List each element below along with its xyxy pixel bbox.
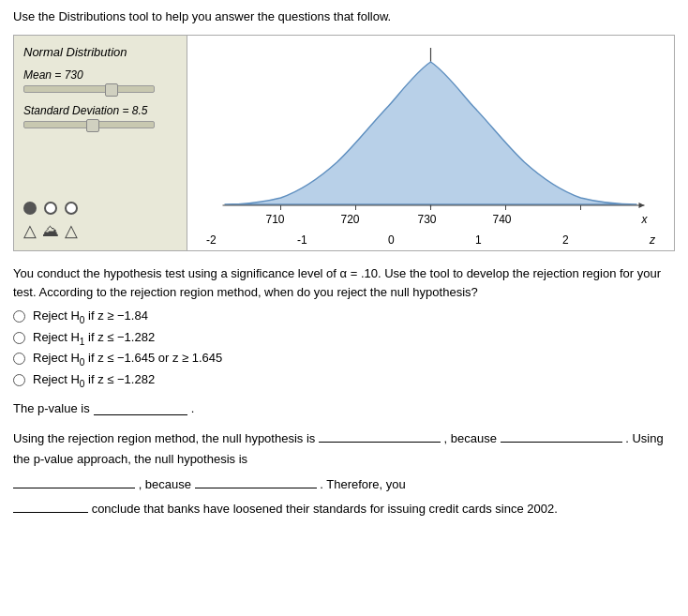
mean-slider-track[interactable] [23,85,155,93]
z-label-0: 0 [388,233,395,247]
z-label-2: 2 [562,233,569,247]
option-3-radio[interactable] [13,353,25,365]
pvalue-section: The p-value is . [13,401,675,415]
intro-text: Use the Distributions tool to help you a… [13,9,675,23]
z-label-n2: -2 [206,233,217,247]
radio-btn-3[interactable] [65,202,78,215]
pv-text2: , because [139,477,191,491]
rr-text3: . Using [625,431,663,445]
pv-text3: . Therefore, you [320,477,406,491]
mean-label: Mean = 730 [23,68,177,82]
pv-blank2[interactable] [195,475,317,488]
svg-text:710: 710 [265,213,284,226]
svg-text:730: 730 [417,213,436,226]
option-4-radio[interactable] [13,374,25,386]
left-panel: Normal Distribution Mean = 730 Standard … [14,36,187,250]
option-1[interactable]: Reject H0 if z ≥ −1.84 [13,308,675,325]
option-4[interactable]: Reject H0 if z ≤ −1.282 [13,372,675,389]
right-panel: 710 720 730 740 x -2 -1 0 1 2 z [187,36,674,250]
option-4-label: Reject H0 if z ≤ −1.282 [33,372,155,389]
option-1-label: Reject H0 if z ≥ −1.84 [33,308,148,325]
rr-blank2[interactable] [501,429,622,443]
sd-slider-thumb[interactable] [86,119,99,132]
radio-btn-2[interactable] [44,202,57,215]
pvalue-period: . [191,401,195,415]
option-3[interactable]: Reject H0 if z ≤ −1.645 or z ≥ 1.645 [13,351,675,368]
option-3-label: Reject H0 if z ≤ −1.645 or z ≥ 1.645 [33,351,222,368]
z-label-z: z [650,233,655,247]
question-text: You conduct the hypothesis test using a … [13,264,675,301]
sd-slider-row[interactable] [23,121,177,128]
option-2[interactable]: Reject H1 if z ≤ −1.282 [13,330,675,347]
dist-title: Normal Distribution [23,45,177,59]
distribution-chart: 710 720 730 740 x [197,43,665,231]
option-2-label: Reject H1 if z ≤ −1.282 [33,330,155,347]
hypothesis-section: You conduct the hypothesis test using a … [13,264,675,388]
radio-btn-1[interactable] [23,202,37,215]
distributions-tool: Normal Distribution Mean = 730 Standard … [13,35,675,251]
pvalue-label: The p-value is [13,401,90,415]
final-blank[interactable] [13,500,88,513]
option-1-radio[interactable] [13,310,25,323]
chart-area: 710 720 730 740 x [197,43,665,233]
rr-text1: Using the rejection region method, the n… [13,431,315,445]
pvalue-blank[interactable] [94,402,187,415]
mean-slider-thumb[interactable] [105,83,118,97]
pv-blank1[interactable] [13,475,135,488]
triangle-right-icon[interactable]: △ [65,220,78,241]
z-label-1: 1 [475,233,482,247]
rr-blank1[interactable] [319,429,441,443]
mean-slider-row[interactable] [23,85,177,93]
conclusion-section: Using the rejection region method, the n… [13,428,675,518]
rr-text2: , because [444,431,497,445]
sd-slider-track[interactable] [23,121,155,128]
option-2-radio[interactable] [13,332,25,344]
final-text: conclude that banks have loosened their … [92,502,558,516]
pv-text1: the p-value approach, the null hypothesi… [13,452,247,466]
svg-text:x: x [641,213,649,226]
radio-group [23,202,177,215]
svg-marker-7 [639,203,645,208]
z-label-n1: -1 [297,233,307,247]
icon-row: △ ⛰ △ [23,220,177,241]
triangle-left-icon[interactable]: △ [23,220,37,241]
svg-text:720: 720 [340,213,359,226]
sd-label: Standard Deviation = 8.5 [23,104,177,117]
svg-text:740: 740 [492,213,511,226]
bell-icon[interactable]: ⛰ [42,221,59,241]
